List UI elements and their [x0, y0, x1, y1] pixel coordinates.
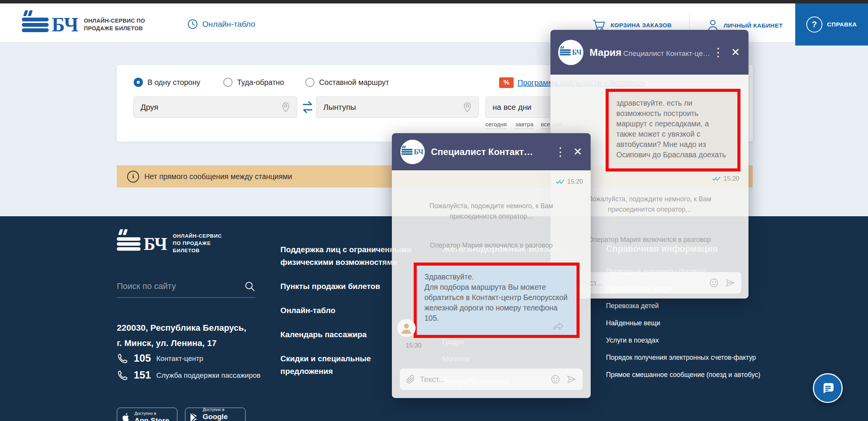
clock-icon: [187, 19, 198, 29]
footer-link-mixed-service[interactable]: Прямое смешанное сообщение (поезд и авто…: [606, 369, 761, 381]
site-search-placeholder: Поиск по сайту: [117, 281, 244, 291]
footer-link-e-invoices[interactable]: Порядок получения электронных счетов-фак…: [606, 352, 761, 364]
double-check-icon: [556, 179, 565, 184]
emoji-icon[interactable]: [709, 278, 719, 288]
paperclip-icon[interactable]: [406, 375, 415, 384]
radio-one-way[interactable]: В одну сторону: [134, 78, 200, 87]
top-strip: [0, 0, 868, 3]
chat-close-icon[interactable]: ✕: [731, 47, 740, 58]
radio-composite-route[interactable]: Составной маршрут: [305, 78, 389, 87]
swap-stations-button[interactable]: [302, 100, 313, 115]
to-station-value: Лынтупы: [323, 103, 356, 112]
account-label: ЛИЧНЫЙ КАБИНЕТ: [724, 22, 783, 29]
brand-caption: ОНЛАЙН-СЕРВИС ПО ПРОДАЖЕ БИЛЕТОВ: [84, 17, 145, 32]
cart-label: КОРЗИНА ЗАКАЗОВ: [611, 22, 672, 29]
radio-icon: [223, 78, 233, 87]
brand-logo[interactable]: БЧ ОНЛАЙН-СЕРВИС ПО ПРОДАЖЕ БИЛЕТОВ: [22, 9, 145, 35]
operator-title: Специалист Контакт-це…: [623, 49, 710, 57]
brand-abbr: БЧ: [52, 15, 79, 35]
radio-selected-icon: [134, 78, 143, 87]
online-board-label: Онлайн-табло: [202, 20, 255, 29]
apple-icon: [121, 412, 131, 421]
from-station-input[interactable]: Друя: [133, 96, 297, 118]
message-status-time: 15:20: [556, 178, 583, 185]
operator-name: Мария: [590, 47, 621, 58]
agent-avatar: [397, 319, 416, 337]
location-pin-icon: [282, 102, 290, 113]
footer-link-train-services[interactable]: Услуги в поездах: [606, 335, 761, 346]
bch-logo-icon: БЧ: [22, 15, 79, 35]
emoji-icon[interactable]: [550, 374, 560, 384]
phone-contact-center[interactable]: 105 Контакт-центр: [117, 352, 203, 364]
quick-date-today[interactable]: сегодня: [485, 121, 507, 129]
radio-round-trip[interactable]: Туда-обратно: [223, 78, 284, 87]
send-icon[interactable]: [725, 278, 735, 288]
help-label: СПРАВКА: [827, 21, 857, 28]
from-station-value: Друя: [141, 103, 158, 112]
date-value: на все дни: [493, 103, 531, 112]
double-check-icon: [712, 176, 721, 181]
system-message-waiting: Пожалуйста, подождите немного, к Вам при…: [392, 201, 591, 222]
system-message-joined: Оператор Мария включился в разговор: [392, 240, 591, 251]
postal-address: 220030, Республика Беларусь, г. Минск, у…: [117, 320, 246, 351]
phone-icon: [117, 353, 128, 364]
highlight-box-user-message: здравствуйте. есть ли возможность постро…: [606, 89, 740, 171]
chat-input-placeholder: Текст...: [420, 375, 550, 384]
question-circle-icon: ?: [806, 16, 822, 33]
chat-menu-icon[interactable]: ⋮: [555, 146, 566, 158]
search-icon: [244, 281, 255, 292]
footer-brand-caption: ОНЛАЙН-СЕРВИС ПО ПРОДАЖЕ БИЛЕТОВ: [173, 232, 222, 254]
footer-link-lost-found[interactable]: Найденные вещи: [606, 317, 761, 329]
footer-brand-logo[interactable]: БЧ ОНЛАЙН-СЕРВИС ПО ПРОДАЖЕ БИЛЕТОВ: [117, 228, 222, 254]
info-icon: i: [127, 171, 139, 183]
agent-message-time: 15:30: [406, 342, 421, 349]
chat-close-icon[interactable]: ✕: [573, 147, 582, 157]
bch-logo-icon: БЧ: [117, 234, 167, 254]
alert-text: Нет прямого сообщения между станциями: [144, 172, 292, 181]
chat-header: БЧ Специалист Контакт… ⋮ ✕: [392, 133, 591, 170]
chat-menu-icon[interactable]: ⋮: [712, 47, 724, 58]
chat-title: Специалист Контакт…: [431, 147, 533, 157]
to-station-input[interactable]: Лынтупы: [316, 96, 479, 118]
chat-brand-avatar: БЧ: [400, 140, 425, 164]
google-play-icon: [189, 412, 199, 421]
send-icon[interactable]: [567, 374, 576, 384]
googleplay-badge[interactable]: Доступно в Google Play: [185, 408, 246, 421]
chat-brand-avatar: БЧ: [558, 40, 583, 65]
chat-widget-specialist: БЧ Специалист Контакт… ⋮ ✕ 15:20 Пожалуй…: [392, 133, 591, 398]
location-pin-icon: [463, 102, 472, 113]
chat-fab-button[interactable]: [813, 373, 843, 403]
bch-logo-icon: БЧ: [560, 48, 582, 56]
site-search-input[interactable]: Поиск по сайту: [117, 281, 255, 298]
nav-online-board[interactable]: Онлайн-табло: [187, 19, 255, 29]
chat-input-placeholder: Текст...: [578, 279, 709, 287]
chat-message-input[interactable]: Текст...: [400, 368, 583, 390]
help-button[interactable]: ? СПРАВКА: [795, 3, 868, 46]
chat-body: 15:20 Пожалуйста, подождите немного, к В…: [392, 170, 591, 398]
phone-icon: [117, 370, 128, 381]
message-status-time: 15:20: [712, 175, 739, 182]
chat-bubble-icon: [820, 380, 835, 396]
bch-logo-icon: БЧ: [401, 148, 424, 156]
discount-ticket-icon: %: [499, 77, 514, 88]
chat-header: БЧ Мария Специалист Контакт-це… ⋮ ✕: [550, 30, 748, 75]
footer-link-children[interactable]: Перевозка детей: [606, 300, 761, 312]
phone-support[interactable]: 151 Служба поддержки пассажиров: [117, 369, 260, 381]
user-message-bubble: здравствуйте. есть ли возможность постро…: [609, 92, 737, 168]
appstore-badge[interactable]: Доступно в App Store: [117, 408, 177, 421]
forward-icon[interactable]: [553, 321, 564, 331]
quick-date-tomorrow[interactable]: завтра: [515, 121, 534, 129]
radio-icon: [305, 78, 314, 87]
